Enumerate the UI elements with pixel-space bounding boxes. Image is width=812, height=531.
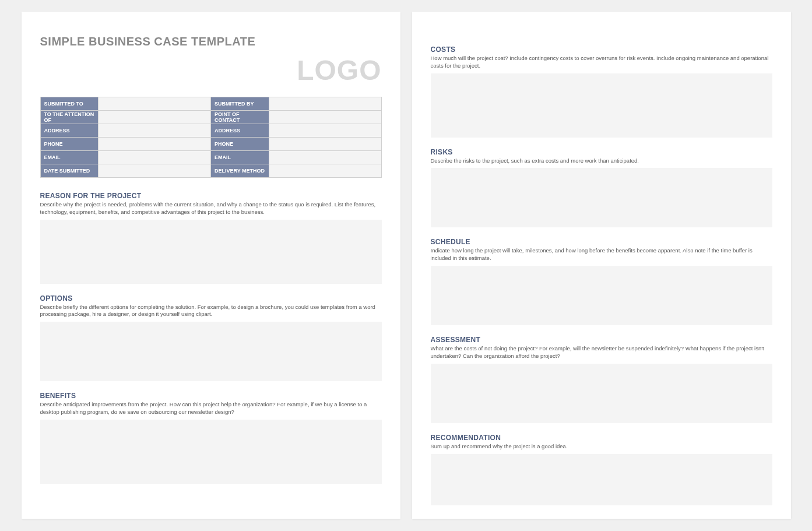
input-benefits[interactable] bbox=[40, 420, 382, 484]
info-value-left[interactable] bbox=[99, 138, 211, 151]
section-risks: RISKS Describe the risks to the project,… bbox=[431, 148, 772, 228]
section-title: ASSESSMENT bbox=[431, 336, 772, 344]
info-row: PHONEPHONE bbox=[40, 138, 381, 151]
info-label-left: TO THE ATTENTION OF bbox=[40, 111, 99, 124]
info-value-left[interactable] bbox=[99, 164, 211, 178]
info-value-right[interactable] bbox=[269, 124, 381, 138]
logo-row: LOGO bbox=[40, 54, 382, 86]
info-value-right[interactable] bbox=[269, 111, 381, 124]
info-value-right[interactable] bbox=[269, 97, 381, 111]
section-title: BENEFITS bbox=[40, 392, 382, 400]
section-title: COSTS bbox=[431, 45, 772, 54]
document-title: SIMPLE BUSINESS CASE TEMPLATE bbox=[40, 35, 382, 48]
info-label-right: EMAIL bbox=[210, 151, 269, 164]
section-assessment: ASSESSMENT What are the costs of not doi… bbox=[431, 336, 772, 423]
info-label-right: DELIVERY METHOD bbox=[210, 164, 269, 178]
info-label-left: PHONE bbox=[40, 138, 99, 151]
input-assessment[interactable] bbox=[431, 364, 772, 423]
section-benefits: BENEFITS Describe anticipated improvemen… bbox=[40, 392, 382, 484]
info-label-right: ADDRESS bbox=[210, 124, 269, 138]
info-label-left: DATE SUBMITTED bbox=[40, 164, 99, 178]
section-costs: COSTS How much will the project cost? In… bbox=[431, 45, 772, 138]
info-label-right: SUBMITTED BY bbox=[210, 97, 269, 111]
input-options[interactable] bbox=[40, 322, 382, 381]
section-description: Describe briefly the different options f… bbox=[40, 304, 382, 319]
info-row: ADDRESSADDRESS bbox=[40, 124, 381, 138]
section-title: RECOMMENDATION bbox=[431, 434, 772, 442]
info-table: SUBMITTED TOSUBMITTED BYTO THE ATTENTION… bbox=[40, 97, 382, 178]
info-value-left[interactable] bbox=[99, 97, 211, 111]
page-2: COSTS How much will the project cost? In… bbox=[412, 12, 791, 519]
section-description: Describe the risks to the project, such … bbox=[431, 157, 772, 165]
section-options: OPTIONS Describe briefly the different o… bbox=[40, 294, 382, 382]
info-row: EMAILEMAIL bbox=[40, 151, 381, 164]
info-label-right: PHONE bbox=[210, 138, 269, 151]
section-recommendation: RECOMMENDATION Sum up and recommend why … bbox=[431, 434, 772, 505]
section-title: REASON FOR THE PROJECT bbox=[40, 192, 382, 200]
section-description: What are the costs of not doing the proj… bbox=[431, 345, 772, 360]
info-table-body: SUBMITTED TOSUBMITTED BYTO THE ATTENTION… bbox=[40, 97, 381, 178]
info-label-left: EMAIL bbox=[40, 151, 99, 164]
section-reason: REASON FOR THE PROJECT Describe why the … bbox=[40, 192, 382, 284]
section-schedule: SCHEDULE Indicate how long the project w… bbox=[431, 238, 772, 325]
logo-placeholder: LOGO bbox=[297, 55, 381, 86]
info-row: DATE SUBMITTEDDELIVERY METHOD bbox=[40, 164, 381, 178]
info-value-left[interactable] bbox=[99, 111, 211, 124]
input-costs[interactable] bbox=[431, 73, 772, 138]
info-value-left[interactable] bbox=[99, 124, 211, 138]
info-label-left: SUBMITTED TO bbox=[40, 97, 99, 111]
section-description: Indicate how long the project will take,… bbox=[431, 247, 772, 262]
section-title: SCHEDULE bbox=[431, 238, 772, 246]
info-value-right[interactable] bbox=[269, 138, 381, 151]
input-reason[interactable] bbox=[40, 220, 382, 284]
input-risks[interactable] bbox=[431, 168, 772, 227]
input-recommendation[interactable] bbox=[431, 454, 772, 505]
section-title: OPTIONS bbox=[40, 294, 382, 303]
info-value-left[interactable] bbox=[99, 151, 211, 164]
info-row: TO THE ATTENTION OFPOINT OF CONTACT bbox=[40, 111, 381, 124]
info-value-right[interactable] bbox=[269, 164, 381, 178]
info-value-right[interactable] bbox=[269, 151, 381, 164]
page-1: SIMPLE BUSINESS CASE TEMPLATE LOGO SUBMI… bbox=[22, 12, 400, 519]
section-description: Describe anticipated improvements from t… bbox=[40, 401, 382, 416]
section-description: Sum up and recommend why the project is … bbox=[431, 443, 772, 451]
info-row: SUBMITTED TOSUBMITTED BY bbox=[40, 97, 381, 111]
info-label-right: POINT OF CONTACT bbox=[210, 111, 269, 124]
section-description: Describe why the project is needed, prob… bbox=[40, 201, 382, 216]
info-label-left: ADDRESS bbox=[40, 124, 99, 138]
section-title: RISKS bbox=[431, 148, 772, 156]
input-schedule[interactable] bbox=[431, 266, 772, 325]
section-description: How much will the project cost? Include … bbox=[431, 55, 772, 70]
